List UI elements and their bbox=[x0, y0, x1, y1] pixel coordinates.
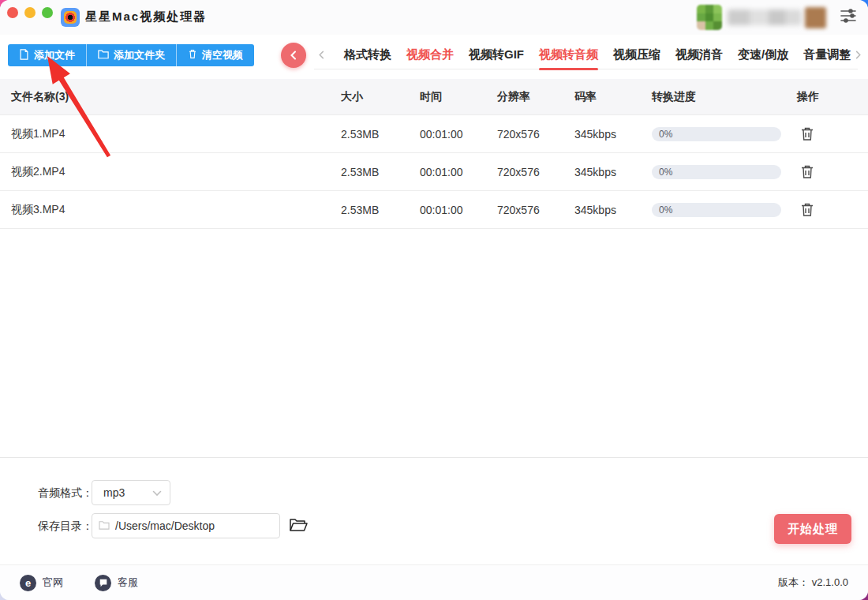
progress-bar: 0% bbox=[652, 127, 781, 141]
save-dir-input[interactable] bbox=[115, 519, 273, 532]
folder-small-icon bbox=[99, 519, 110, 533]
chevron-down-icon bbox=[152, 486, 162, 499]
version-label: 版本： bbox=[778, 576, 809, 588]
version-value: v2.1.0.0 bbox=[812, 576, 848, 588]
file-name: 视频1.MP4 bbox=[0, 127, 341, 141]
table-row: 视频2.MP4 2.53MB 00:01:00 720x576 345kbps … bbox=[0, 153, 868, 191]
user-avatar[interactable] bbox=[697, 5, 722, 30]
table-row: 视频1.MP4 2.53MB 00:01:00 720x576 345kbps … bbox=[0, 115, 868, 153]
delete-row-button[interactable] bbox=[799, 201, 816, 219]
minimize-window-button[interactable] bbox=[24, 7, 36, 18]
file-resolution: 720x576 bbox=[497, 204, 574, 216]
audio-format-label: 音频格式： bbox=[38, 486, 93, 501]
audio-format-select[interactable]: mp3 bbox=[92, 480, 170, 505]
tab-video-to-audio[interactable]: 视频转音频 bbox=[539, 41, 598, 69]
progress-value: 0% bbox=[659, 167, 672, 178]
customer-service-link[interactable]: 客服 bbox=[95, 575, 138, 591]
col-time: 时间 bbox=[420, 90, 497, 104]
add-file-button[interactable]: 添加文件 bbox=[8, 44, 87, 66]
col-progress: 转换进度 bbox=[652, 90, 789, 104]
col-operations: 操作 bbox=[789, 90, 868, 104]
col-filename: 文件名称(3) bbox=[0, 90, 341, 104]
tabs-prev-circle-button[interactable] bbox=[281, 43, 306, 68]
official-site-label: 官网 bbox=[43, 576, 63, 590]
delete-row-button[interactable] bbox=[799, 125, 816, 143]
tab-video-compress[interactable]: 视频压缩 bbox=[613, 41, 660, 69]
zoom-window-button[interactable] bbox=[42, 7, 53, 18]
progress-bar: 0% bbox=[652, 203, 781, 217]
file-resolution: 720x576 bbox=[497, 128, 574, 141]
file-size: 2.53MB bbox=[341, 166, 420, 178]
window-title: 星星Mac视频处理器 bbox=[85, 9, 207, 24]
save-dir-field bbox=[92, 513, 280, 538]
customer-service-label: 客服 bbox=[118, 576, 138, 590]
tab-volume-adjust[interactable]: 音量调整 bbox=[803, 41, 851, 69]
add-folder-label: 添加文件夹 bbox=[114, 48, 165, 62]
tab-speed-reverse[interactable]: 变速/倒放 bbox=[738, 41, 788, 69]
close-window-button[interactable] bbox=[7, 7, 18, 18]
file-toolbar: 添加文件 添加文件夹 清空视频 bbox=[8, 44, 254, 66]
file-time: 00:01:00 bbox=[420, 166, 497, 178]
app-window: 星星Mac视频处理器 bbox=[0, 0, 868, 600]
tab-video-mute[interactable]: 视频消音 bbox=[675, 41, 723, 69]
traffic-lights bbox=[7, 7, 53, 18]
file-name: 视频3.MP4 bbox=[0, 203, 341, 217]
col-bitrate: 码率 bbox=[574, 90, 652, 104]
col-size: 大小 bbox=[341, 90, 420, 104]
tab-video-merge[interactable]: 视频合并 bbox=[406, 41, 454, 69]
footer: e 官网 客服 版本： v2.1.0.0 bbox=[0, 564, 868, 600]
file-size: 2.53MB bbox=[341, 128, 420, 141]
start-processing-button[interactable]: 开始处理 bbox=[774, 514, 851, 544]
tabs-scroll-right-icon[interactable] bbox=[851, 51, 866, 59]
delete-row-button[interactable] bbox=[799, 163, 816, 181]
browse-folder-button[interactable] bbox=[289, 517, 308, 535]
file-resolution: 720x576 bbox=[497, 166, 574, 178]
progress-bar: 0% bbox=[652, 165, 781, 179]
audio-format-value: mp3 bbox=[103, 486, 125, 499]
official-site-link[interactable]: e 官网 bbox=[20, 575, 63, 591]
panel-divider bbox=[0, 457, 868, 458]
browser-e-icon: e bbox=[20, 575, 36, 591]
settings-sliders-icon[interactable] bbox=[840, 7, 857, 28]
tab-video-to-gif[interactable]: 视频转GIF bbox=[469, 41, 524, 69]
file-bitrate: 345kbps bbox=[574, 128, 652, 141]
table-row: 视频3.MP4 2.53MB 00:01:00 720x576 345kbps … bbox=[0, 191, 868, 229]
username-blurred bbox=[728, 9, 802, 25]
save-dir-label: 保存目录： bbox=[38, 519, 93, 534]
add-folder-icon bbox=[98, 49, 109, 62]
badge-blurred bbox=[805, 7, 826, 28]
file-time: 00:01:00 bbox=[420, 204, 497, 216]
file-bitrate: 345kbps bbox=[574, 204, 652, 216]
file-table: 视频1.MP4 2.53MB 00:01:00 720x576 345kbps … bbox=[0, 115, 868, 229]
file-time: 00:01:00 bbox=[420, 128, 497, 141]
clear-trash-icon bbox=[188, 49, 197, 62]
add-folder-button[interactable]: 添加文件夹 bbox=[87, 44, 177, 66]
col-resolution: 分辨率 bbox=[497, 90, 574, 104]
clear-videos-button[interactable]: 清空视频 bbox=[177, 44, 254, 66]
add-file-icon bbox=[19, 49, 29, 62]
file-name: 视频2.MP4 bbox=[0, 165, 341, 179]
progress-value: 0% bbox=[659, 129, 672, 140]
tabs-scroll-left-icon[interactable] bbox=[314, 51, 329, 59]
tab-format-convert[interactable]: 格式转换 bbox=[344, 41, 391, 69]
clear-videos-label: 清空视频 bbox=[202, 48, 243, 62]
mode-tab-strip: 格式转换 视频合并 视频转GIF 视频转音频 视频压缩 视频消音 变速/倒放 音… bbox=[314, 41, 858, 69]
file-size: 2.53MB bbox=[341, 204, 420, 216]
add-file-label: 添加文件 bbox=[34, 48, 75, 62]
chat-bubble-icon bbox=[95, 575, 111, 591]
file-bitrate: 345kbps bbox=[574, 166, 652, 178]
table-header: 文件名称(3) 大小 时间 分辨率 码率 转换进度 操作 bbox=[0, 79, 868, 115]
titlebar: 星星Mac视频处理器 bbox=[0, 0, 868, 35]
app-record-icon bbox=[61, 8, 80, 27]
progress-value: 0% bbox=[659, 204, 672, 216]
version-text: 版本： v2.1.0.0 bbox=[778, 576, 848, 590]
